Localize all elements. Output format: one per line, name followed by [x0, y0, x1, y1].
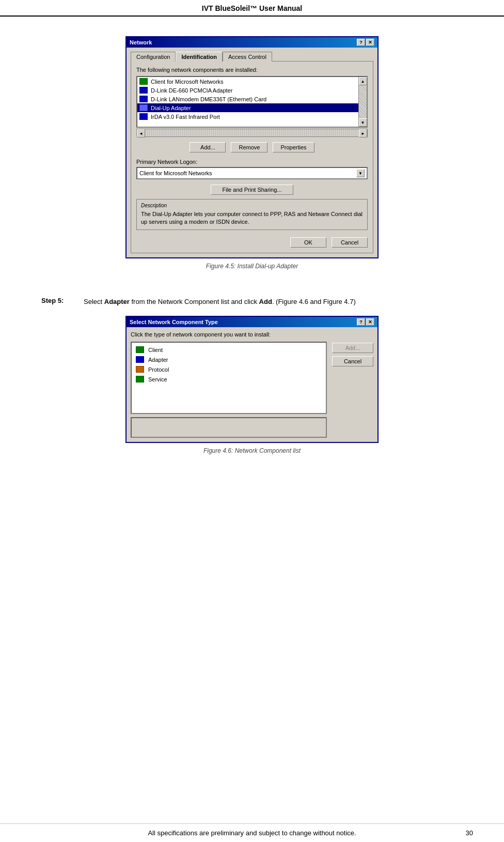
action-buttons: Add... Remove Properties [136, 142, 368, 152]
select-layout: Client Adapter Protocol [131, 342, 373, 438]
figure-4-5-container: Network ? ✕ Configuration Identification… [41, 36, 463, 270]
dropdown-arrow-icon[interactable]: ▼ [356, 169, 365, 177]
select-desc-area [131, 417, 327, 438]
network-icon [139, 104, 148, 111]
page-header: IVT BlueSoleil™ User Manual [0, 0, 504, 17]
network-dialog: Network ? ✕ Configuration Identification… [125, 36, 379, 258]
tab-identification[interactable]: Identification [176, 52, 222, 62]
list-item-adapter[interactable]: Adapter [132, 355, 326, 364]
sharing-btn-container: File and Print Sharing... [136, 185, 368, 195]
select-network-dialog: Select Network Component Type ? ✕ Click … [125, 316, 379, 443]
service-icon [136, 376, 144, 382]
list-item[interactable]: Client for Microsoft Networks [137, 77, 358, 86]
select-dialog-titlebar: Select Network Component Type ? ✕ [127, 317, 377, 327]
item-label: Dial-Up Adapter [151, 105, 191, 111]
titlebar-buttons: ? ✕ [357, 39, 374, 46]
scroll-track[interactable] [359, 85, 367, 118]
dialog-titlebar: Network ? ✕ [127, 37, 377, 48]
network-icon [139, 113, 148, 120]
network-icon [139, 96, 148, 102]
item-label: Client for Microsoft Networks [151, 79, 224, 85]
close-button[interactable]: ✕ [366, 39, 374, 46]
select-titlebar-title-area: Select Network Component Type [130, 319, 218, 325]
step-bold-add: Add [259, 298, 272, 305]
tab-configuration[interactable]: Configuration [131, 52, 176, 62]
select-titlebar-buttons: ? ✕ [357, 318, 374, 326]
list-item-client[interactable]: Client [132, 345, 326, 355]
scroll-down[interactable]: ▼ [359, 118, 367, 127]
item-label: Adapter [148, 357, 168, 363]
protocol-icon [136, 366, 144, 373]
step-5-section: Step 5: Select Adapter from the Network … [41, 297, 463, 307]
page-footer: All specifications are preliminary and s… [0, 823, 504, 842]
adapter-icon [136, 356, 144, 363]
help-button[interactable]: ? [357, 39, 365, 46]
logon-dropdown[interactable]: Client for Microsoft Networks ▼ [136, 167, 368, 179]
select-dialog-body: Click the type of network component you … [127, 327, 377, 442]
list-inner: Client for Microsoft Networks D-Link DE-… [137, 77, 358, 127]
item-label: Protocol [148, 366, 169, 373]
network-icon [139, 87, 148, 94]
logon-label: Primary Network Logon: [136, 159, 368, 165]
desc-title: Description [141, 203, 363, 208]
step-text-part2: from the Network Component list and clic… [130, 298, 259, 305]
select-help-button[interactable]: ? [357, 318, 365, 326]
item-label: IrDA v3.0 Fast Infrared Port [151, 114, 220, 120]
hscrollbar[interactable]: ◄ ► [136, 129, 368, 137]
add-button[interactable]: Add... [190, 142, 226, 152]
hscroll-track[interactable] [145, 129, 359, 136]
click-label: Click the type of network component you … [131, 331, 373, 338]
scroll-right[interactable]: ► [359, 129, 367, 137]
sharing-button[interactable]: File and Print Sharing... [211, 185, 293, 195]
comp-type-list[interactable]: Client Adapter Protocol [131, 342, 327, 414]
item-label: Client [148, 347, 163, 353]
item-label: Service [148, 376, 167, 382]
header-title: IVT BlueSoleil™ User Manual [202, 4, 303, 12]
select-dialog-title: Select Network Component Type [130, 319, 218, 325]
dropdown-value: Client for Microsoft Networks [139, 170, 212, 176]
select-add-button[interactable]: Add... [332, 343, 373, 353]
footer-text: All specifications are preliminary and s… [148, 829, 356, 837]
ok-button[interactable]: OK [290, 237, 326, 248]
step-text-part3: . (Figure 4.6 and Figure 4.7) [272, 298, 356, 305]
step-5-text: Select Adapter from the Network Componen… [84, 297, 356, 307]
page-number: 30 [466, 829, 473, 837]
item-label: D-Link LANmodem DME336T (Ethernet) Card [151, 96, 266, 102]
comp-list-area: Client Adapter Protocol [131, 342, 327, 438]
step-bold-adapter: Adapter [104, 298, 130, 305]
titlebar-title-area: Network [130, 39, 152, 45]
figure-4-5-caption: Figure 4.5: Install Dial-up Adapter [206, 263, 298, 270]
scrollbar[interactable]: ▲ ▼ [358, 77, 367, 127]
components-listbox[interactable]: Client for Microsoft Networks D-Link DE-… [136, 76, 368, 128]
scroll-left[interactable]: ◄ [137, 129, 145, 137]
description-box: Description The Dial-Up Adapter lets you… [136, 199, 368, 230]
figure-4-6-caption: Figure 4.6: Network Component list [203, 447, 301, 454]
dialog-tabs: Configuration Identification Access Cont… [131, 52, 373, 62]
scroll-up[interactable]: ▲ [359, 77, 367, 85]
ok-cancel-buttons: OK Cancel [136, 237, 368, 248]
figure-4-6-container: Select Network Component Type ? ✕ Click … [41, 316, 463, 454]
list-item-selected[interactable]: Dial-Up Adapter [137, 103, 358, 112]
list-item-service[interactable]: Service [132, 374, 326, 384]
step-5-label: Step 5: [41, 297, 77, 307]
client-icon [136, 346, 144, 353]
monitor-icon [139, 78, 148, 85]
dialog-body: Configuration Identification Access Cont… [127, 48, 377, 257]
properties-button[interactable]: Properties [273, 142, 314, 152]
remove-button[interactable]: Remove [231, 142, 267, 152]
dialog-title: Network [130, 39, 152, 45]
select-action-buttons: Add... Cancel [332, 342, 373, 438]
list-item[interactable]: D-Link LANmodem DME336T (Ethernet) Card [137, 95, 358, 103]
installed-label: The following network components are ins… [136, 67, 368, 73]
tab-access-control[interactable]: Access Control [223, 52, 272, 62]
tab-content: The following network components are ins… [131, 61, 373, 253]
list-item[interactable]: IrDA v3.0 Fast Infrared Port [137, 112, 358, 121]
desc-text: The Dial-Up Adapter lets your computer c… [141, 210, 363, 226]
select-cancel-button[interactable]: Cancel [332, 356, 373, 366]
list-item-protocol[interactable]: Protocol [132, 364, 326, 374]
list-item[interactable]: D-Link DE-660 PCMCIA Adapter [137, 86, 358, 95]
select-close-button[interactable]: ✕ [366, 318, 374, 326]
step-text-part1: Select [84, 298, 104, 305]
cancel-button[interactable]: Cancel [332, 237, 368, 248]
item-label: D-Link DE-660 PCMCIA Adapter [151, 87, 232, 94]
